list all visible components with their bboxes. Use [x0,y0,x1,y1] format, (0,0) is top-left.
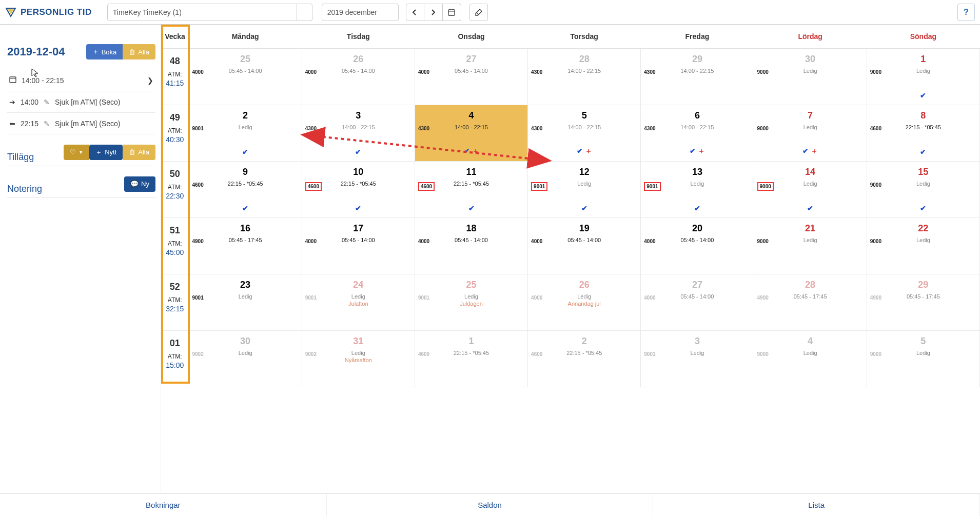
notering-label: Notering [7,184,42,194]
atm-value: 45:00 [161,248,189,256]
day-time: 14:00 - 22:15 [528,124,640,130]
next-month-button[interactable] [424,4,443,21]
day-code: 4300 [531,126,542,131]
day-cell[interactable]: 319002LedigNyårsafton [302,330,415,387]
tools-button[interactable] [469,4,488,21]
day-cell[interactable]: 309002Ledig [189,330,302,387]
tab-saldon[interactable]: Saldon [327,494,654,516]
day-cell[interactable]: 9460022:15 - *05:45✔ [189,161,302,217]
ny-button[interactable]: 💬Ny [124,176,155,192]
day-cell[interactable]: 28490005:45 - 17:45 [754,274,867,330]
day-cell[interactable]: 16490005:45 - 17:45 [189,217,302,274]
day-code: 9001 [418,295,429,301]
day-cell[interactable]: 19400005:45 - 14:00 [528,217,641,274]
month-picker[interactable]: 2019 december [322,4,399,21]
day-time: 05:45 - 14:00 [528,237,640,243]
day-cell[interactable]: 8460022:15 - *05:45✔ [867,105,979,161]
check-icon: ✔ [242,204,248,212]
schedule-row[interactable]: 14:00 - 22:15 ❯ [7,70,155,91]
day-cell[interactable]: 59000Ledig [867,330,979,387]
day-cell[interactable]: 49000Ledig [754,330,867,387]
tab-bokningar[interactable]: Bokningar [0,494,327,516]
day-cell[interactable]: 149000Ledig✔ [754,161,867,217]
day-cell[interactable]: 20400005:45 - 14:00 [641,217,754,274]
day-cell[interactable]: 79000Ledig✔＋ [754,105,867,161]
day-cell[interactable]: 10460022:15 - *05:45✔ [302,161,415,217]
nytt-button[interactable]: ＋Nytt [89,145,123,160]
day-cell[interactable]: 159000Ledig✔ [867,161,979,217]
week-cell[interactable]: 49ATM:40:30 [161,105,189,161]
alla-button[interactable]: 🗑Alla [123,44,155,59]
day-code: 4300 [644,126,655,131]
week-cell[interactable]: 51ATM:45:00 [161,217,189,274]
week-cell[interactable]: 01ATM:15:00 [161,330,189,387]
day-cell[interactable]: 259001LedigJuldagen [415,274,527,330]
atm-label: ATM: [161,296,189,304]
day-cell[interactable]: 229000Ledig [867,217,979,274]
day-cell[interactable]: 1460022:15 - *05:45 [415,330,527,387]
calendar-icon [9,76,16,85]
day-time: 05:45 - 14:00 [415,68,527,74]
day-cell[interactable]: 17400005:45 - 14:00 [302,217,415,274]
week-cell[interactable]: 48ATM:41:15 [161,48,189,105]
help-button[interactable]: ? [957,4,975,21]
day-code: 9001 [305,295,317,301]
day-time: Ledig [302,350,415,356]
day-cell[interactable]: 19000Ledig✔ [867,48,979,105]
day-cell[interactable]: 309000Ledig [754,48,867,105]
day-cell[interactable]: 249001LedigJulafton [302,274,415,330]
calendar-header-row: Vecka Måndag Tisdag Onsdag Torsdag Freda… [161,25,980,48]
calendar-today-button[interactable] [443,4,461,21]
day-time: 05:45 - 14:00 [641,293,753,300]
alla-button-2[interactable]: 🗑Alla [123,145,155,160]
day-time: Ledig [189,293,302,300]
day-cell[interactable]: 39001Ledig [641,330,754,387]
day-time: 05:45 - 17:45 [867,293,979,300]
day-code: 9001 [644,182,660,191]
day-cell[interactable]: 18400005:45 - 14:00 [415,217,527,274]
day-number: 5 [528,110,640,121]
day-cell[interactable]: 264000LedigAnnandag jul [528,274,641,330]
employee-search-input[interactable] [107,4,297,21]
day-cell[interactable]: 27400005:45 - 14:00 [641,274,754,330]
day-time: 05:45 - 14:00 [641,237,753,243]
day-cell[interactable]: 29490005:45 - 17:45 [867,274,979,330]
day-cell[interactable]: 27400005:45 - 14:00 [415,48,527,105]
day-cell[interactable]: 29001Ledig✔ [189,105,302,161]
day-time: Ledig [867,68,979,74]
day-cell[interactable]: 26400005:45 - 14:00 [302,48,415,105]
day-number: 25 [415,280,527,290]
day-cell[interactable]: 25400005:45 - 14:00 [189,48,302,105]
day-cell[interactable]: 2460022:15 - *05:45 [528,330,641,387]
day-number: 19 [528,223,640,234]
day-code: 9001 [644,351,655,357]
day-time: Ledig [754,350,867,356]
day-code: 4000 [418,69,429,75]
check-icon: ✔ [464,147,470,155]
week-cell[interactable]: 50ATM:22:30 [161,161,189,217]
day-cell[interactable]: 5430014:00 - 22:15✔＋ [528,105,641,161]
day-cell[interactable]: 139001Ledig✔ [641,161,754,217]
employee-search-dropdown-button[interactable] [297,4,312,21]
app-logo-icon [5,7,16,18]
day-cell[interactable]: 29430014:00 - 22:15 [641,48,754,105]
day-cell[interactable]: 11460022:15 - *05:45✔ [415,161,527,217]
boka-button[interactable]: ＋Boka [86,44,123,59]
check-icon: ✔ [920,91,926,100]
favorite-button[interactable]: ♡▼ [64,145,89,160]
day-cell[interactable]: 3430014:00 - 22:15✔ [302,105,415,161]
day-time: 14:00 - 22:15 [528,68,640,74]
day-cell[interactable]: 4430014:00 - 22:15✔＋ [415,105,527,161]
clock-in-row[interactable]: ➔ 14:00 ✎ Sjuk [m ATM] (Seco) [7,91,155,113]
day-cell[interactable]: 239001Ledig [189,274,302,330]
day-time: Ledig [867,181,979,187]
prev-month-button[interactable] [406,4,424,21]
clock-out-row[interactable]: ⬅ 22:15 ✎ Sjuk [m ATM] (Seco) [7,113,155,134]
day-cell[interactable]: 28430014:00 - 22:15 [528,48,641,105]
day-cell[interactable]: 6430014:00 - 22:15✔＋ [641,105,754,161]
tab-lista[interactable]: Lista [653,494,980,516]
day-cell[interactable]: 129001Ledig✔ [528,161,641,217]
app-title: PERSONLIG TID [5,7,92,18]
week-cell[interactable]: 52ATM:32:15 [161,274,189,330]
day-cell[interactable]: 219000Ledig [754,217,867,274]
